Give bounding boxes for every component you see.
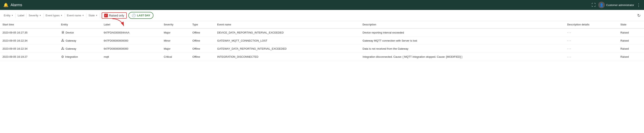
desc-details-button[interactable]: ··· (567, 31, 572, 34)
event-types-filter-label: Event types (46, 14, 60, 17)
event-name-filter-arrow: ▼ (82, 14, 84, 16)
cell-description: Integration disconnected. Cause: [ MQTT … (360, 53, 565, 61)
cell-type: Offline (190, 53, 215, 61)
alarms-table: Start time Entity Label Severity Type Ev… (0, 21, 644, 61)
raised-only-label: Raised only (109, 14, 124, 17)
col-start-time: Start time (0, 21, 58, 28)
divider-2 (26, 13, 26, 17)
cell-start-time: 2023-09-05 16:19:27 (0, 53, 58, 61)
app-title: Alarms (10, 3, 22, 7)
raised-only-toggle[interactable]: ✓ Raised only (102, 12, 127, 19)
navbar: 🔔 Alarms ⛶ 👤 Customer administrator ⋮ (0, 0, 644, 10)
table-row: 2023-09-05 16:19:27 ⚙ Integration mqtt C… (0, 53, 644, 61)
divider-1 (15, 13, 16, 17)
col-desc-details: Description details (565, 21, 618, 28)
cell-entity: 🖧 Gateway (58, 37, 101, 45)
col-severity: Severity (161, 21, 190, 28)
user-name: Customer administrator (606, 3, 634, 7)
col-state: State (618, 21, 644, 28)
label-filter-label: Label (18, 14, 24, 17)
cell-description: Data is not received from the Gateway (360, 45, 565, 53)
table-row: 2023-09-05 16:27:35 🖥 Device 647FDA03000… (0, 28, 644, 37)
divider-4 (64, 13, 65, 17)
event-name-filter-label: Event name (67, 14, 81, 17)
severity-filter-label: Severity (28, 14, 38, 17)
last-day-button[interactable]: 🕐 LAST DAY (128, 12, 154, 19)
cell-type: Offline (190, 37, 215, 45)
table-row: 2023-09-05 16:22:34 🖧 Gateway 647FD00000… (0, 37, 644, 45)
cell-state: Raised (618, 37, 644, 45)
entity-filter-label: Entity (4, 14, 10, 17)
cell-severity: Critical (161, 53, 190, 61)
desc-details-button[interactable]: ··· (567, 39, 572, 42)
desc-details-button[interactable]: ··· (567, 55, 572, 59)
cell-desc-details[interactable]: ··· (565, 28, 618, 37)
divider-6 (100, 13, 100, 17)
cell-label: 647FD00000000000 (101, 37, 161, 45)
cell-label: 647FD00000000000 (101, 45, 161, 53)
divider-3 (43, 13, 44, 17)
entity-type-icon: 🖧 (61, 39, 64, 42)
cell-entity: 🖥 Device (58, 28, 101, 37)
expand-icon[interactable]: ⛶ (592, 3, 596, 7)
cell-label: mqtt (101, 53, 161, 61)
cell-start-time: 2023-09-05 16:22:34 (0, 37, 58, 45)
refresh-icon[interactable]: ↻ (637, 13, 641, 18)
entity-type-icon: 🖧 (61, 47, 64, 50)
state-filter-label: State (88, 14, 95, 17)
cell-severity: Minor (161, 37, 190, 45)
desc-details-button[interactable]: ··· (567, 47, 572, 50)
entity-name: Device (66, 31, 74, 34)
cell-label: 647FDA0300004AAA (101, 28, 161, 37)
col-label: Label (101, 21, 161, 28)
table-body: 2023-09-05 16:27:35 🖥 Device 647FDA03000… (0, 28, 644, 61)
cell-event-name: GATEWAY_DATA_REPORTING_INTERVAL_EXCEEDED (215, 45, 360, 53)
cell-event-name: INTEGRATION_DISCONNECTED (215, 53, 360, 61)
last-day-label: LAST DAY (137, 14, 150, 17)
event-types-filter[interactable]: Event types ▼ (45, 13, 63, 18)
severity-filter[interactable]: Severity ▼ (28, 13, 42, 18)
cell-desc-details[interactable]: ··· (565, 37, 618, 45)
alarms-table-container: Start time Entity Label Severity Type Ev… (0, 21, 644, 61)
table-row: 2023-09-05 16:22:34 🖧 Gateway 647FD00000… (0, 45, 644, 53)
cell-state: Raised (618, 45, 644, 53)
col-event-name: Event name (215, 21, 360, 28)
severity-filter-arrow: ▼ (39, 14, 41, 16)
entity-name: Integration (65, 55, 78, 58)
cell-start-time: 2023-09-05 16:27:35 (0, 28, 58, 37)
cell-state: Raised (618, 28, 644, 37)
cell-description: Device reporting interval exceeded (360, 28, 565, 37)
cell-description: Gateway MQTT connection with Server is l… (360, 37, 565, 45)
state-filter-arrow: ▼ (96, 14, 98, 16)
col-type: Type (190, 21, 215, 28)
entity-type-icon: 🖥 (61, 31, 64, 34)
entity-name: Gateway (66, 39, 76, 42)
cell-event-name: GATEWAY_MQTT_CONNECTION_LOST (215, 37, 360, 45)
cell-severity: Major (161, 28, 190, 37)
cell-desc-details[interactable]: ··· (565, 45, 618, 53)
table-header-row: Start time Entity Label Severity Type Ev… (0, 21, 644, 28)
raised-only-checkbox: ✓ (104, 14, 108, 17)
label-filter[interactable]: Label (17, 13, 25, 18)
entity-filter-arrow: ▼ (12, 14, 14, 16)
navbar-left: 🔔 Alarms (3, 2, 22, 7)
user-menu[interactable]: 👤 Customer administrator (598, 2, 634, 8)
cell-start-time: 2023-09-05 16:22:34 (0, 45, 58, 53)
state-filter[interactable]: State ▼ (88, 13, 98, 18)
more-menu-icon[interactable]: ⋮ (636, 2, 641, 7)
col-entity: Entity (58, 21, 101, 28)
entity-filter[interactable]: Entity ▼ (3, 13, 14, 18)
cell-entity: ⚙ Integration (58, 53, 101, 61)
entity-name: Gateway (66, 47, 76, 50)
bell-icon: 🔔 (3, 2, 8, 7)
clock-icon: 🕐 (132, 13, 136, 17)
event-name-filter[interactable]: Event name ▼ (66, 13, 84, 18)
cell-type: Offline (190, 45, 215, 53)
cell-entity: 🖧 Gateway (58, 45, 101, 53)
cell-severity: Major (161, 45, 190, 53)
event-types-filter-arrow: ▼ (60, 14, 62, 16)
cell-type: Offline (190, 28, 215, 37)
navbar-right: ⛶ 👤 Customer administrator ⋮ (592, 2, 641, 8)
filter-bar: Entity ▼ Label Severity ▼ Event types ▼ … (0, 10, 644, 21)
cell-desc-details[interactable]: ··· (565, 53, 618, 61)
